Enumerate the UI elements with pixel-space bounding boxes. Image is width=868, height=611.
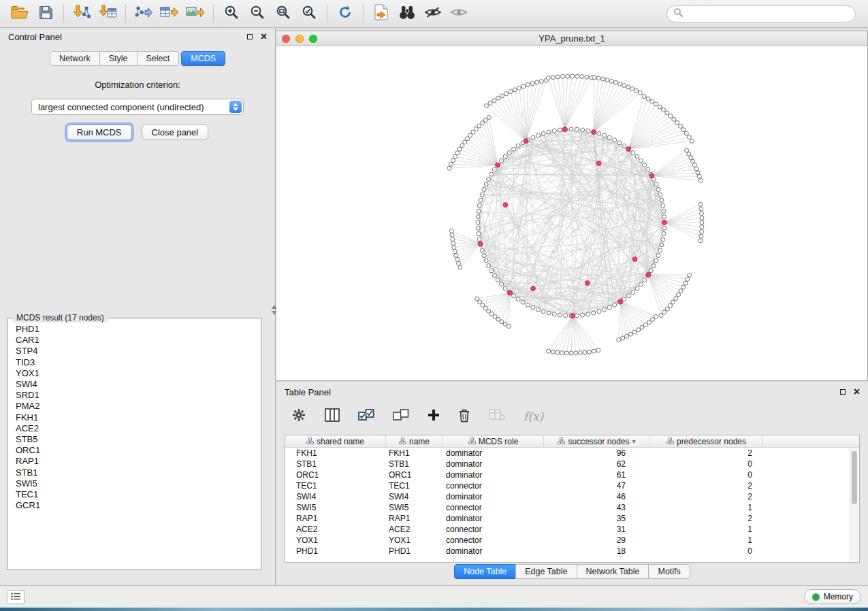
zoom-fit-button[interactable] bbox=[271, 3, 295, 24]
export-table-icon bbox=[160, 5, 179, 23]
mcds-result-item[interactable]: SWI5 bbox=[16, 478, 261, 489]
float-panel-icon[interactable] bbox=[840, 389, 846, 395]
tab-mcds[interactable]: MCDS bbox=[181, 51, 225, 66]
zoom-out-button[interactable] bbox=[245, 3, 270, 24]
column-header-predecessor_nodes[interactable]: predecessor nodes bbox=[650, 435, 763, 447]
scrollbar-thumb[interactable] bbox=[852, 451, 857, 504]
toolbar-separator bbox=[327, 4, 327, 23]
table-row[interactable]: RAP1RAP1dominator352 bbox=[285, 513, 859, 524]
table-row[interactable]: ORC1ORC1dominator610 bbox=[285, 469, 859, 480]
share-document-icon bbox=[374, 4, 388, 23]
open-file-button[interactable] bbox=[7, 3, 32, 24]
network-window-titlebar[interactable]: YPA_prune.txt_1 bbox=[276, 31, 867, 46]
table-cell: 46 bbox=[544, 491, 650, 502]
table-row[interactable]: FKH1FKH1dominator962 bbox=[285, 448, 859, 459]
deselect-all-icon[interactable] bbox=[393, 408, 409, 425]
mcds-result-item[interactable]: ACE2 bbox=[16, 423, 261, 434]
table-cell: connector bbox=[443, 502, 544, 513]
select-all-icon[interactable] bbox=[358, 408, 374, 425]
attribute-icon bbox=[468, 437, 476, 446]
import-table-button[interactable] bbox=[95, 3, 120, 24]
delete-column-icon[interactable] bbox=[458, 408, 470, 425]
node-table: shared namenameMCDS rolesuccessor nodes▾… bbox=[285, 435, 860, 563]
table-cell: dominator bbox=[443, 469, 544, 480]
mcds-result-item[interactable]: TID3 bbox=[16, 357, 261, 368]
table-row[interactable]: ACE2ACE2connector311 bbox=[285, 524, 859, 535]
memory-button[interactable]: Memory bbox=[804, 589, 861, 604]
column-header-successor_nodes[interactable]: successor nodes▾ bbox=[544, 435, 650, 447]
mcds-result-item[interactable]: PMA2 bbox=[16, 401, 261, 412]
tab-edge-table[interactable]: Edge Table bbox=[515, 564, 577, 579]
mcds-result-item[interactable]: PHD1 bbox=[16, 324, 261, 335]
table-cell: 47 bbox=[544, 480, 650, 491]
table-row[interactable]: STB1STB1dominator620 bbox=[285, 459, 859, 469]
find-button[interactable] bbox=[395, 3, 419, 24]
mcds-result-item[interactable]: YOX1 bbox=[16, 368, 261, 379]
tab-select[interactable]: Select bbox=[137, 51, 180, 66]
tab-network[interactable]: Network bbox=[50, 51, 100, 66]
mcds-result-item[interactable]: RAP1 bbox=[16, 456, 261, 467]
mcds-result-item[interactable]: STB5 bbox=[16, 434, 261, 445]
export-image-button[interactable] bbox=[183, 3, 208, 24]
mcds-result-item[interactable]: STB1 bbox=[16, 467, 261, 478]
table-settings-gear-icon[interactable] bbox=[291, 408, 306, 425]
criterion-dropdown[interactable]: largest connected component (undirected) bbox=[31, 99, 244, 115]
table-cell: 1 bbox=[650, 524, 763, 535]
column-label: shared name bbox=[317, 437, 364, 446]
toolbar-separator bbox=[125, 4, 126, 23]
import-network-button[interactable] bbox=[69, 3, 94, 24]
mcds-result-item[interactable]: SWI4 bbox=[16, 379, 261, 390]
mcds-result-item[interactable]: STP4 bbox=[16, 346, 261, 357]
table-row[interactable]: PHD1PHD1dominator180 bbox=[285, 546, 859, 557]
status-menu-button[interactable] bbox=[7, 590, 25, 604]
table-cell: SWI4 bbox=[386, 491, 443, 502]
sort-indicator-icon: ▾ bbox=[632, 437, 636, 445]
table-row[interactable]: SWI4SWI4dominator462 bbox=[285, 491, 859, 502]
mcds-result-item[interactable]: TEC1 bbox=[16, 489, 261, 500]
close-panel-icon[interactable]: × bbox=[261, 31, 267, 42]
table-row[interactable]: TEC1TEC1connector472 bbox=[285, 480, 859, 491]
show-all-button[interactable] bbox=[447, 3, 471, 24]
close-panel-button[interactable]: Close panel bbox=[142, 125, 209, 140]
float-panel-icon[interactable] bbox=[247, 34, 253, 39]
mcds-result-item[interactable]: GCR1 bbox=[16, 500, 261, 511]
table-panel-tabs: Node TableEdge TableNetwork TableMotifs bbox=[276, 564, 868, 579]
search-input[interactable] bbox=[687, 9, 849, 19]
share-document-button[interactable] bbox=[369, 3, 393, 24]
control-panel-title: Control Panel bbox=[8, 32, 62, 42]
close-panel-icon[interactable]: × bbox=[854, 386, 860, 397]
table-cell: FKH1 bbox=[386, 448, 443, 459]
mcds-result-item[interactable]: ORC1 bbox=[16, 445, 261, 456]
show-columns-icon[interactable] bbox=[325, 408, 340, 425]
column-header-mcds_role[interactable]: MCDS role bbox=[443, 435, 544, 447]
hide-selected-button[interactable] bbox=[421, 3, 445, 24]
mcds-result-item[interactable]: CAR1 bbox=[16, 335, 261, 346]
dropdown-stepper-icon bbox=[229, 101, 242, 113]
table-cell: STB1 bbox=[285, 459, 386, 469]
tab-style[interactable]: Style bbox=[99, 51, 138, 66]
add-column-icon[interactable] bbox=[428, 409, 440, 424]
network-canvas[interactable] bbox=[276, 46, 867, 380]
table-cell: RAP1 bbox=[386, 513, 443, 524]
table-row[interactable]: SWI5SWI5connector431 bbox=[285, 502, 859, 513]
column-header-shared_name[interactable]: shared name bbox=[285, 435, 386, 447]
search-box[interactable] bbox=[666, 5, 856, 22]
table-scrollbar[interactable] bbox=[850, 448, 858, 561]
toolbar-separator bbox=[213, 4, 214, 23]
run-mcds-button[interactable]: Run MCDS bbox=[67, 125, 132, 140]
zoom-selected-button[interactable] bbox=[297, 3, 321, 24]
table-cell: TEC1 bbox=[285, 480, 386, 491]
mcds-result-item[interactable]: SRD1 bbox=[16, 390, 261, 401]
refresh-button[interactable] bbox=[333, 3, 357, 24]
table-row[interactable]: YOX1YOX1connector291 bbox=[285, 535, 859, 546]
mcds-result-item[interactable]: FKH1 bbox=[16, 412, 261, 423]
table-cell: ORC1 bbox=[386, 469, 443, 480]
tab-motifs[interactable]: Motifs bbox=[648, 564, 690, 579]
export-table-button[interactable] bbox=[157, 3, 182, 24]
export-network-button[interactable] bbox=[131, 3, 156, 24]
save-session-button[interactable] bbox=[33, 3, 58, 24]
zoom-in-button[interactable] bbox=[219, 3, 244, 24]
column-header-name[interactable]: name bbox=[386, 435, 443, 447]
tab-network-table[interactable]: Network Table bbox=[577, 564, 649, 579]
tab-node-table[interactable]: Node Table bbox=[454, 564, 516, 579]
